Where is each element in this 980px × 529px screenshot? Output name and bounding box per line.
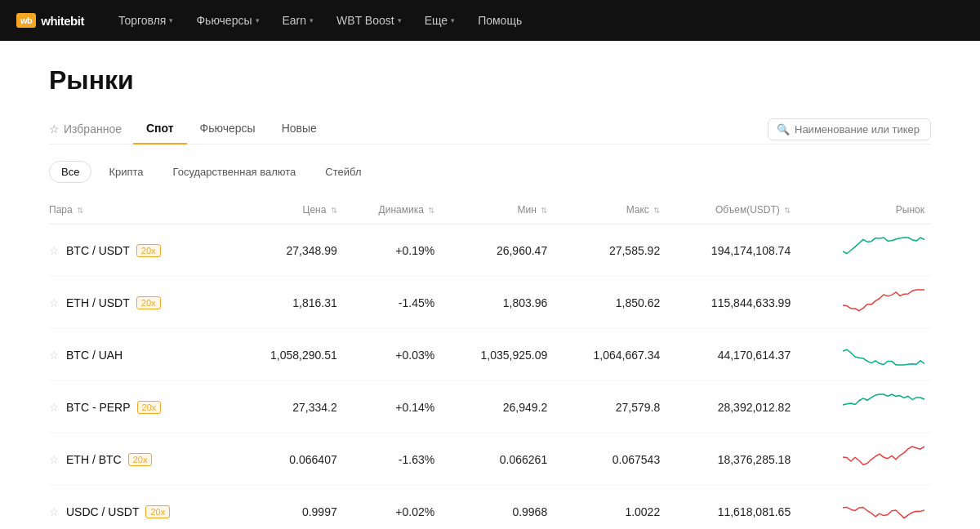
pair-cell: ☆ BTC / USDT 20x <box>49 224 231 277</box>
nav-item-help[interactable]: Помощь <box>466 0 533 41</box>
price-cell: 1,058,290.51 <box>231 329 344 381</box>
pair-name: BTC / UAH <box>66 349 122 362</box>
star-icon[interactable]: ☆ <box>49 401 60 414</box>
dynamic-cell: -1.63% <box>344 433 441 486</box>
filter-crypto[interactable]: Крипта <box>96 161 155 183</box>
volume-cell: 194,174,108.74 <box>666 224 797 277</box>
min-cell: 1,035,925.09 <box>441 329 554 381</box>
max-cell: 0.067543 <box>554 433 666 486</box>
pair-cell: ☆ USDC / USDT 20x <box>49 486 231 530</box>
nav-item-earn[interactable]: Earn ▾ <box>271 0 326 41</box>
filter-all[interactable]: Все <box>49 161 91 183</box>
mini-chart <box>843 443 924 473</box>
sort-icon: ⇅ <box>653 206 660 215</box>
table-row[interactable]: ☆ BTC - PERP 20x 27,334.2 +0.14% 26,949.… <box>49 381 931 433</box>
mini-chart <box>843 339 924 368</box>
pair-name: BTC / USDT <box>66 244 130 257</box>
max-cell: 1,850.62 <box>554 277 666 329</box>
price-cell: 0.9997 <box>231 486 344 530</box>
filter-fiat[interactable]: Государственная валюта <box>161 161 309 183</box>
sort-icon: ⇅ <box>784 206 791 215</box>
mini-chart <box>843 287 924 316</box>
max-cell: 1,064,667.34 <box>554 329 666 381</box>
col-price: Цена ⇅ <box>231 196 344 224</box>
pair-cell: ☆ BTC - PERP 20x <box>49 381 231 433</box>
price-cell: 27,334.2 <box>231 381 344 433</box>
price-cell: 0.066407 <box>231 433 344 486</box>
star-icon[interactable]: ☆ <box>49 349 60 362</box>
star-icon[interactable]: ☆ <box>49 244 60 257</box>
volume-cell: 44,170,614.37 <box>666 329 797 381</box>
pair-cell: ☆ ETH / BTC 20x <box>49 433 231 486</box>
table-row[interactable]: ☆ BTC / UAH 1,058,290.51 +0.03% 1,035,92… <box>49 329 931 381</box>
logo-icon: wb <box>16 13 36 28</box>
chevron-down-icon: ▾ <box>169 16 173 24</box>
table-row[interactable]: ☆ BTC / USDT 20x 27,348.99 +0.19% 26,960… <box>49 224 931 277</box>
mini-chart <box>843 496 924 525</box>
price-cell: 1,816.31 <box>231 277 344 329</box>
min-cell: 0.066261 <box>441 433 554 486</box>
col-dynamic: Динамика ⇅ <box>344 196 441 224</box>
filter-stable[interactable]: Стейбл <box>313 161 373 183</box>
col-volume: Объем(USDT) ⇅ <box>666 196 797 224</box>
mini-chart <box>843 234 924 264</box>
dynamic-cell: +0.02% <box>344 486 441 530</box>
table-row[interactable]: ☆ USDC / USDT 20x 0.9997 +0.02% 0.9968 1… <box>49 486 931 530</box>
nav-item-more[interactable]: Еще ▾ <box>413 0 467 41</box>
dynamic-cell: +0.03% <box>344 329 441 381</box>
dynamic-cell: +0.19% <box>344 224 441 277</box>
chevron-down-icon: ▾ <box>256 16 260 24</box>
pair-name: ETH / BTC <box>66 453 122 466</box>
navbar: wb whitebit Торговля ▾ Фьючерсы ▾ Earn ▾… <box>0 0 980 41</box>
max-cell: 27,585.92 <box>554 224 666 277</box>
sort-icon: ⇅ <box>541 206 547 215</box>
nav-item-futures[interactable]: Фьючерсы ▾ <box>185 0 270 41</box>
min-cell: 0.9968 <box>441 486 554 530</box>
tabs-row: ☆ Избранное Спот Фьючерсы Новые 🔍 <box>49 115 931 144</box>
search-box[interactable]: 🔍 <box>768 118 931 140</box>
table-row[interactable]: ☆ ETH / USDT 20x 1,816.31 -1.45% 1,803.9… <box>49 277 931 329</box>
filter-row: Все Крипта Государственная валюта Стейбл <box>49 161 931 183</box>
tab-favorites[interactable]: ☆ Избранное <box>49 116 133 144</box>
nav-item-trading[interactable]: Торговля ▾ <box>107 0 185 41</box>
tab-new[interactable]: Новые <box>269 115 330 144</box>
volume-cell: 115,844,633.99 <box>666 277 797 329</box>
min-cell: 1,803.96 <box>441 277 554 329</box>
star-icon[interactable]: ☆ <box>49 296 60 309</box>
col-pair: Пара ⇅ <box>49 196 231 224</box>
search-input[interactable] <box>795 123 922 136</box>
dynamic-cell: +0.14% <box>344 381 441 433</box>
star-icon[interactable]: ☆ <box>49 453 60 466</box>
logo[interactable]: wb whitebit <box>16 13 84 28</box>
chart-cell <box>797 486 931 530</box>
chart-cell <box>797 224 931 277</box>
sort-icon: ⇅ <box>77 206 83 215</box>
logo-text: whitebit <box>41 14 84 28</box>
col-market: Рынок <box>797 196 931 224</box>
tab-futures[interactable]: Фьючерсы <box>187 115 269 144</box>
max-cell: 1.0022 <box>554 486 666 530</box>
leverage-badge: 20x <box>136 244 161 257</box>
chart-cell <box>797 277 931 329</box>
page-content: Рынки ☆ Избранное Спот Фьючерсы Новые 🔍 … <box>0 41 980 529</box>
chart-cell <box>797 381 931 433</box>
pair-name: BTC - PERP <box>66 401 131 414</box>
col-max: Макс ⇅ <box>554 196 666 224</box>
star-icon: ☆ <box>49 122 60 136</box>
leverage-badge: 20x <box>136 296 161 309</box>
tab-spot[interactable]: Спот <box>133 115 187 144</box>
nav-item-wbt-boost[interactable]: WBT Boost ▾ <box>325 0 413 41</box>
leverage-badge: 20x <box>145 505 170 518</box>
chevron-down-icon: ▾ <box>398 16 402 24</box>
chart-cell <box>797 329 931 381</box>
table-row[interactable]: ☆ ETH / BTC 20x 0.066407 -1.63% 0.066261… <box>49 433 931 486</box>
sort-icon: ⇅ <box>428 206 434 215</box>
mini-chart <box>843 391 924 420</box>
market-table: Пара ⇅ Цена ⇅ Динамика ⇅ Мин ⇅ Макс ⇅ <box>49 196 931 529</box>
volume-cell: 11,618,081.65 <box>666 486 797 530</box>
chevron-down-icon: ▾ <box>310 16 314 24</box>
pair-cell: ☆ BTC / UAH <box>49 329 231 381</box>
min-cell: 26,960.47 <box>441 224 554 277</box>
star-icon[interactable]: ☆ <box>49 505 60 518</box>
min-cell: 26,949.2 <box>441 381 554 433</box>
